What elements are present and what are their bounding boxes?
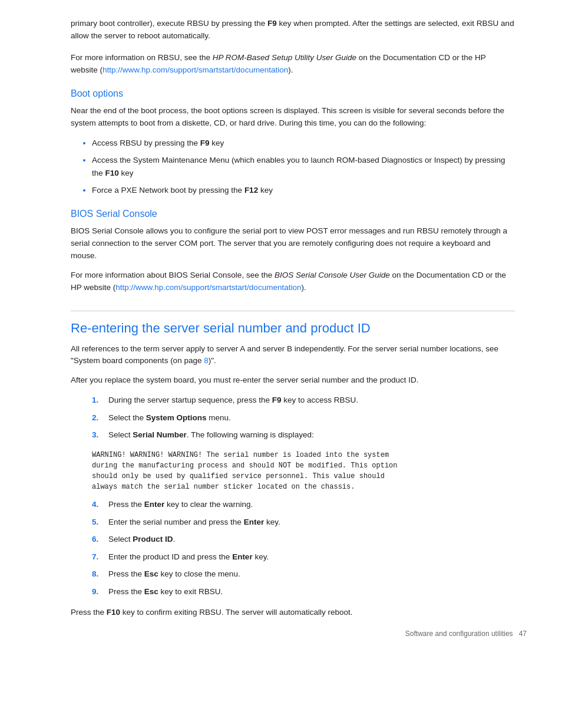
f10-key: F10 [105,169,119,177]
footer: Software and configuration utilities 47 [405,630,527,638]
list-item: 1. During the server startup sequence, p… [92,394,515,407]
step5-key: Enter [244,518,265,526]
final-key: F10 [107,608,120,617]
boot-options-body: Near the end of the boot process, the bo… [71,105,515,130]
step4-key: Enter [144,500,165,509]
bios-serial-console-body: BIOS Serial Console allows you to config… [71,225,515,262]
step3-option: Serial Number [133,430,187,439]
reentering-steps: 1. During the server startup sequence, p… [92,394,515,442]
reentering-final: Press the F10 key to confirm exiting RBS… [71,607,515,619]
step-number: 9. [92,585,104,598]
list-item: 4. Press the Enter key to clear the warn… [92,498,515,511]
step-number: 3. [92,429,104,442]
reentering-paragraph1: All references to the term server apply … [71,343,515,368]
intro-paragraph2: For more information on RBSU, see the HP… [71,52,515,77]
list-item: 5. Enter the serial number and press the… [92,516,515,529]
list-item: 8. Press the Esc key to close the menu. [92,568,515,581]
step-number: 6. [92,533,104,546]
f12-key: F12 [244,186,258,195]
reentering-paragraph2: After you replace the system board, you … [71,374,515,387]
list-item: 3. Select Serial Number. The following w… [92,429,515,442]
list-item: 7. Enter the product ID and press the En… [92,551,515,564]
step8-key: Esc [144,569,158,578]
intro-f9-key: F9 [267,19,277,28]
list-item: 9. Press the Esc key to exit RBSU. [92,585,515,598]
step6-option: Product ID [133,535,173,543]
reentering-steps-continued: 4. Press the Enter key to clear the warn… [92,498,515,598]
step1-key: F9 [272,396,282,404]
step-number: 1. [92,394,104,407]
page-number: 47 [519,630,527,638]
warning-code-block: WARNING! WARNING! WARNING! The serial nu… [92,450,515,492]
page-container: primary boot controller), execute RBSU b… [0,0,562,650]
list-item: Access the System Maintenance Menu (whic… [92,154,515,179]
intro-guide-title: HP ROM-Based Setup Utility User Guide [213,53,356,62]
intro-paragraph1: primary boot controller), execute RBSU b… [71,18,515,42]
list-item: Access RBSU by pressing the F9 key [92,137,515,150]
bios-link[interactable]: http://www.hp.com/support/smartstart/doc… [115,283,301,292]
step-number: 2. [92,411,104,424]
list-item: 6. Select Product ID. [92,533,515,546]
step-number: 5. [92,516,104,529]
list-item: Force a PXE Network boot by pressing the… [92,184,515,197]
bios-serial-console-heading: BIOS Serial Console [71,209,515,219]
boot-options-list: Access RBSU by pressing the F9 key Acces… [92,137,515,197]
step2-menu: System Options [146,413,207,422]
step7-key: Enter [232,552,253,561]
boot-options-heading: Boot options [71,88,515,99]
step-number: 7. [92,551,104,564]
list-item: 2. Select the System Options menu. [92,411,515,424]
step-number: 8. [92,568,104,581]
f9-key: F9 [200,139,210,147]
bios-guide-title: BIOS Serial Console User Guide [275,271,390,279]
footer-label: Software and configuration utilities [405,630,513,638]
bios-serial-console-reference: For more information about BIOS Serial C… [71,269,515,294]
step9-key: Esc [144,587,158,596]
intro-link[interactable]: http://www.hp.com/support/smartstart/doc… [103,65,288,74]
page-ref-link[interactable]: 8 [204,356,209,365]
reentering-heading: Re-entering the server serial number and… [71,311,515,336]
step-number: 4. [92,498,104,511]
